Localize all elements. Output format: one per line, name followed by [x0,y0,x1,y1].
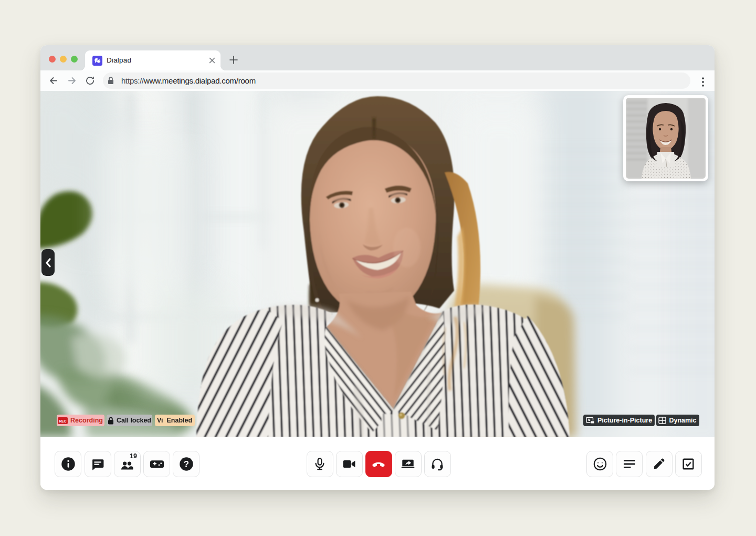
svg-text:REC: REC [59,419,67,422]
svg-text:?: ? [184,459,189,469]
